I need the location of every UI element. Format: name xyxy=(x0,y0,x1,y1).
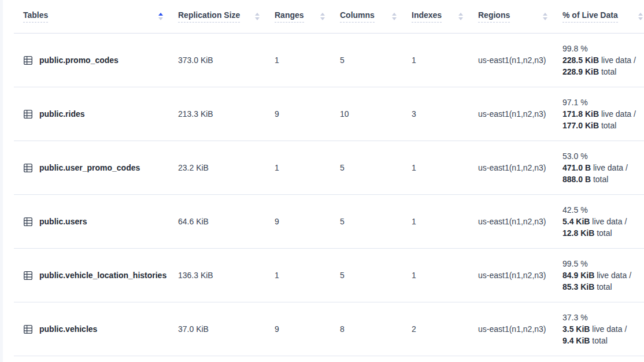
indexes-cell: 3 xyxy=(412,87,478,141)
columns-cell: 8 xyxy=(340,302,412,356)
table-name-link[interactable]: public.vehicles xyxy=(39,324,97,334)
total-data-amount: 177.0 KiB total xyxy=(562,120,644,131)
table-name-cell: public.vehicles xyxy=(14,302,178,356)
column-header-tables[interactable]: Tables xyxy=(14,0,178,33)
live-data-percent: 99.8 % xyxy=(562,43,644,54)
live-data-cell: 97.1 % 171.8 KiB live data / 177.0 KiB t… xyxy=(562,87,644,141)
table-row: public.promo_codes 373.0 KiB 1 5 1 us-ea… xyxy=(14,33,644,87)
table-header-row: Tables Replication Size Ranges Columns xyxy=(14,0,644,33)
column-header-replication-size-label[interactable]: Replication Size xyxy=(178,10,240,23)
column-header-tables-label[interactable]: Tables xyxy=(23,10,48,23)
total-data-amount: 12.8 KiB total xyxy=(562,227,644,239)
live-data-cell: 99.5 % 84.9 KiB live data / 85.3 KiB tot… xyxy=(562,248,644,302)
table-row: public.vehicle_location_histories 136.3 … xyxy=(14,248,644,302)
live-data-amount: 171.8 KiB live data / xyxy=(562,108,644,120)
live-data-amount: 5.4 KiB live data / xyxy=(562,216,644,227)
sort-icon[interactable] xyxy=(158,13,163,20)
live-data-percent: 37.3 % xyxy=(562,312,644,323)
live-data-percent: 99.5 % xyxy=(562,258,644,269)
replication-size-cell: 136.3 KiB xyxy=(178,248,275,302)
indexes-cell: 1 xyxy=(412,248,478,302)
table-name-cell: public.promo_codes xyxy=(14,33,178,87)
column-header-columns-label[interactable]: Columns xyxy=(340,10,375,23)
live-data-cell: 37.3 % 3.5 KiB live data / 9.4 KiB total xyxy=(562,302,644,356)
live-data-percent: 53.0 % xyxy=(562,150,644,162)
live-data-percent: 42.5 % xyxy=(562,204,644,216)
table-name-link[interactable]: public.user_promo_codes xyxy=(39,163,140,172)
table-name-link[interactable]: public.promo_codes xyxy=(39,56,119,65)
table-row: public.rides 213.3 KiB 9 10 3 us-east1(n… xyxy=(14,87,644,141)
total-data-amount: 228.9 KiB total xyxy=(562,66,644,77)
table-row: public.users 64.6 KiB 9 5 1 us-east1(n1,… xyxy=(14,194,644,248)
ranges-cell: 9 xyxy=(275,194,340,248)
ranges-cell: 9 xyxy=(275,302,340,356)
live-data-amount: 471.0 B live data / xyxy=(562,162,644,173)
database-tables-table: Tables Replication Size Ranges Columns xyxy=(14,0,644,356)
regions-cell: us-east1(n1,n2,n3) xyxy=(478,194,562,248)
table-name-cell: public.users xyxy=(14,194,178,248)
regions-cell: us-east1(n1,n2,n3) xyxy=(478,87,562,141)
column-header-columns[interactable]: Columns xyxy=(340,0,412,33)
live-data-amount: 84.9 KiB live data / xyxy=(562,269,644,281)
indexes-cell: 2 xyxy=(412,302,478,356)
ranges-cell: 9 xyxy=(275,87,340,141)
table-icon xyxy=(23,217,33,227)
column-header-ranges-label[interactable]: Ranges xyxy=(275,10,304,23)
replication-size-cell: 23.2 KiB xyxy=(178,141,275,194)
table-icon xyxy=(23,324,33,334)
ranges-cell: 1 xyxy=(275,33,340,87)
column-header-live-data-label[interactable]: % of Live Data xyxy=(562,10,618,23)
table-row: public.user_promo_codes 23.2 KiB 1 5 1 u… xyxy=(14,141,644,194)
sort-icon[interactable] xyxy=(638,13,643,20)
replication-size-cell: 213.3 KiB xyxy=(178,87,275,141)
regions-cell: us-east1(n1,n2,n3) xyxy=(478,302,562,356)
column-header-ranges[interactable]: Ranges xyxy=(275,0,340,33)
table-name-link[interactable]: public.vehicle_location_histories xyxy=(39,271,166,280)
total-data-amount: 9.4 KiB total xyxy=(562,335,644,346)
table-row: public.vehicles 37.0 KiB 9 8 2 us-east1(… xyxy=(14,302,644,356)
columns-cell: 5 xyxy=(340,248,412,302)
table-name-cell: public.rides xyxy=(14,87,178,141)
regions-cell: us-east1(n1,n2,n3) xyxy=(478,33,562,87)
column-header-replication-size[interactable]: Replication Size xyxy=(178,0,275,33)
columns-cell: 10 xyxy=(340,87,412,141)
total-data-amount: 85.3 KiB total xyxy=(562,281,644,293)
table-name-cell: public.user_promo_codes xyxy=(14,141,178,194)
indexes-cell: 1 xyxy=(412,194,478,248)
table-name-link[interactable]: public.rides xyxy=(39,109,85,119)
live-data-percent: 97.1 % xyxy=(562,97,644,108)
replication-size-cell: 64.6 KiB xyxy=(178,194,275,248)
live-data-amount: 228.5 KiB live data / xyxy=(562,54,644,66)
table-name-cell: public.vehicle_location_histories xyxy=(14,248,178,302)
ranges-cell: 1 xyxy=(275,248,340,302)
ranges-cell: 1 xyxy=(275,141,340,194)
live-data-cell: 99.8 % 228.5 KiB live data / 228.9 KiB t… xyxy=(562,33,644,87)
regions-cell: us-east1(n1,n2,n3) xyxy=(478,248,562,302)
columns-cell: 5 xyxy=(340,194,412,248)
live-data-cell: 42.5 % 5.4 KiB live data / 12.8 KiB tota… xyxy=(562,194,644,248)
indexes-cell: 1 xyxy=(412,141,478,194)
sort-icon[interactable] xyxy=(392,13,397,20)
columns-cell: 5 xyxy=(340,33,412,87)
sort-icon[interactable] xyxy=(320,13,325,20)
table-icon xyxy=(23,271,33,280)
column-header-live-data[interactable]: % of Live Data xyxy=(562,0,644,33)
sort-icon[interactable] xyxy=(255,13,260,20)
total-data-amount: 888.0 B total xyxy=(562,173,644,185)
column-header-regions-label[interactable]: Regions xyxy=(478,10,510,23)
replication-size-cell: 37.0 KiB xyxy=(178,302,275,356)
sort-icon[interactable] xyxy=(458,13,463,20)
column-header-indexes-label[interactable]: Indexes xyxy=(412,10,442,23)
table-icon xyxy=(23,109,33,119)
sort-icon[interactable] xyxy=(543,13,547,20)
page-left-edge xyxy=(0,0,3,362)
live-data-cell: 53.0 % 471.0 B live data / 888.0 B total xyxy=(562,141,644,194)
indexes-cell: 1 xyxy=(412,33,478,87)
replication-size-cell: 373.0 KiB xyxy=(178,33,275,87)
table-icon xyxy=(23,56,33,65)
regions-cell: us-east1(n1,n2,n3) xyxy=(478,141,562,194)
table-name-link[interactable]: public.users xyxy=(39,217,87,226)
live-data-amount: 3.5 KiB live data / xyxy=(562,323,644,335)
column-header-regions[interactable]: Regions xyxy=(478,0,562,33)
column-header-indexes[interactable]: Indexes xyxy=(412,0,478,33)
